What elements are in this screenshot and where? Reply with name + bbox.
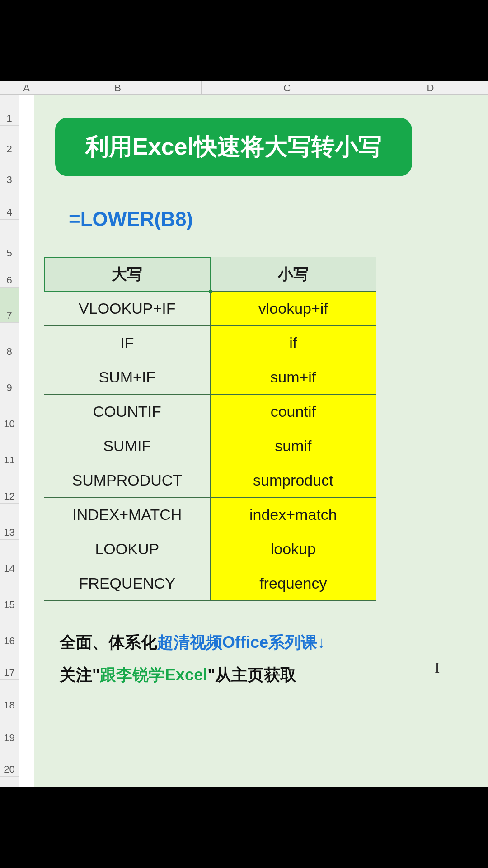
header-lower[interactable]: 小写 bbox=[210, 257, 376, 292]
table-row: FREQUENCYfrequency bbox=[44, 566, 376, 601]
footer-text: 全面、体系化超清视频Office系列课↓ 关注"跟李锐学Excel"从主页获取 bbox=[60, 626, 325, 691]
column-header-c[interactable]: C bbox=[202, 81, 373, 94]
worksheet-body[interactable]: 利用Excel快速将大写转小写 =LOWER(B8) 大写 小写 VLOOKUP… bbox=[19, 95, 488, 787]
row-header-8[interactable]: 8 bbox=[0, 323, 19, 359]
table-row: INDEX+MATCHindex+match bbox=[44, 498, 376, 532]
footer-line1-b: 超清视频Office系列课↓ bbox=[157, 633, 325, 651]
table-row: SUMPRODUCTsumproduct bbox=[44, 463, 376, 498]
column-header-b[interactable]: B bbox=[34, 81, 202, 94]
title-badge: 利用Excel快速将大写转小写 bbox=[55, 118, 412, 176]
cell-upper[interactable]: COUNTIF bbox=[44, 395, 211, 429]
column-headers-row: A B C D bbox=[0, 81, 488, 95]
footer-line2-a: 关注" bbox=[60, 665, 100, 684]
letterbox-bottom bbox=[0, 787, 488, 868]
row-headers: 1234567891011121314151617181920 bbox=[0, 95, 19, 787]
text-cursor-icon: I bbox=[435, 659, 440, 676]
cell-lower[interactable]: if bbox=[210, 326, 376, 360]
row-header-15[interactable]: 15 bbox=[0, 576, 19, 612]
row-header-17[interactable]: 17 bbox=[0, 648, 19, 680]
row-header-18[interactable]: 18 bbox=[0, 680, 19, 712]
cell-lower[interactable]: sumif bbox=[210, 429, 376, 463]
upper-lower-table: 大写 小写 VLOOKUP+IFvlookup+ifIFifSUM+IFsum+… bbox=[44, 257, 376, 601]
row-header-20[interactable]: 20 bbox=[0, 745, 19, 777]
table-row: LOOKUPlookup bbox=[44, 532, 376, 566]
cell-upper[interactable]: VLOOKUP+IF bbox=[44, 292, 211, 326]
cell-lower[interactable]: vlookup+if bbox=[210, 292, 376, 326]
row-header-6[interactable]: 6 bbox=[0, 260, 19, 288]
row-header-14[interactable]: 14 bbox=[0, 540, 19, 576]
select-all-corner[interactable] bbox=[0, 81, 19, 94]
table-row: SUMIFsumif bbox=[44, 429, 376, 463]
cell-lower[interactable]: sum+if bbox=[210, 360, 376, 395]
table-row: VLOOKUP+IFvlookup+if bbox=[44, 292, 376, 326]
cell-lower[interactable]: countif bbox=[210, 395, 376, 429]
footer-line2-b: 跟李锐学Excel bbox=[100, 665, 207, 684]
table-row: COUNTIFcountif bbox=[44, 395, 376, 429]
row-header-3[interactable]: 3 bbox=[0, 156, 19, 187]
cell-upper[interactable]: FREQUENCY bbox=[44, 566, 211, 601]
table-row: IFif bbox=[44, 326, 376, 360]
row-header-13[interactable]: 13 bbox=[0, 504, 19, 540]
column-a-blank[interactable] bbox=[19, 95, 34, 787]
cell-upper[interactable]: SUMIF bbox=[44, 429, 211, 463]
footer-line2-c: "从主页获取 bbox=[207, 665, 296, 684]
cell-lower[interactable]: sumproduct bbox=[210, 463, 376, 498]
row-header-5[interactable]: 5 bbox=[0, 220, 19, 260]
cell-lower[interactable]: lookup bbox=[210, 532, 376, 566]
cell-upper[interactable]: LOOKUP bbox=[44, 532, 211, 566]
row-header-2[interactable]: 2 bbox=[0, 126, 19, 156]
table-row: SUM+IFsum+if bbox=[44, 360, 376, 395]
row-header-7[interactable]: 7 bbox=[0, 288, 19, 323]
row-header-12[interactable]: 12 bbox=[0, 467, 19, 504]
cell-lower[interactable]: index+match bbox=[210, 498, 376, 532]
grid-area: 1234567891011121314151617181920 利用Excel快… bbox=[0, 95, 488, 787]
table-header-row: 大写 小写 bbox=[44, 257, 376, 292]
row-header-19[interactable]: 19 bbox=[0, 712, 19, 745]
cell-upper[interactable]: IF bbox=[44, 326, 211, 360]
cell-upper[interactable]: INDEX+MATCH bbox=[44, 498, 211, 532]
letterbox-top bbox=[0, 0, 488, 81]
cell-upper[interactable]: SUM+IF bbox=[44, 360, 211, 395]
row-header-16[interactable]: 16 bbox=[0, 612, 19, 648]
row-header-10[interactable]: 10 bbox=[0, 395, 19, 431]
column-header-d[interactable]: D bbox=[373, 81, 488, 94]
excel-sheet-viewport: A B C D 1234567891011121314151617181920 … bbox=[0, 81, 488, 787]
cell-lower[interactable]: frequency bbox=[210, 566, 376, 601]
header-upper[interactable]: 大写 bbox=[44, 257, 211, 292]
row-header-9[interactable]: 9 bbox=[0, 359, 19, 395]
row-header-4[interactable]: 4 bbox=[0, 187, 19, 220]
cell-upper[interactable]: SUMPRODUCT bbox=[44, 463, 211, 498]
row-header-11[interactable]: 11 bbox=[0, 431, 19, 467]
row-header-1[interactable]: 1 bbox=[0, 95, 19, 126]
formula-text: =LOWER(B8) bbox=[69, 208, 193, 231]
column-header-a[interactable]: A bbox=[19, 81, 34, 94]
selection-handle-icon[interactable] bbox=[209, 290, 212, 293]
footer-line1-a: 全面、体系化 bbox=[60, 633, 157, 651]
